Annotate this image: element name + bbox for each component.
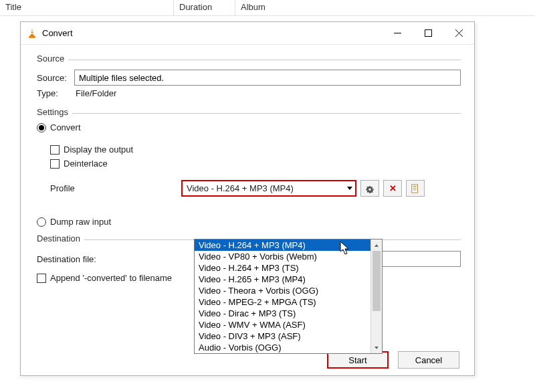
- maximize-button[interactable]: [413, 22, 443, 44]
- dropdown-scrollbar[interactable]: [370, 239, 382, 353]
- destination-group-label: Destination: [37, 233, 84, 243]
- minimize-button[interactable]: [382, 22, 413, 44]
- profile-dropdown[interactable]: Video - H.264 + MP3 (MP4): [181, 180, 356, 197]
- delete-profile-button[interactable]: ✕: [383, 180, 402, 197]
- new-profile-button[interactable]: [406, 180, 425, 197]
- profile-option[interactable]: Video - H.265 + MP3 (MP4): [195, 274, 370, 285]
- scroll-down-icon[interactable]: [371, 342, 382, 353]
- background-column-headers: Title Duration Album: [0, 0, 535, 16]
- source-input[interactable]: [74, 70, 461, 86]
- chevron-down-icon: [347, 187, 352, 190]
- profile-option[interactable]: Video - DIV3 + MP3 (ASF): [195, 330, 370, 342]
- scroll-thumb[interactable]: [372, 251, 381, 311]
- source-label: Source:: [37, 73, 74, 83]
- profile-option[interactable]: Video - WMV + WMA (ASF): [195, 319, 370, 330]
- append-converted-checkbox[interactable]: Append '-converted' to filename: [37, 273, 172, 283]
- dump-raw-radio[interactable]: Dump raw input: [37, 217, 111, 227]
- profile-selected-value: Video - H.264 + MP3 (MP4): [187, 183, 294, 193]
- dialog-title: Convert: [42, 28, 382, 38]
- source-group: Source Source: Type: File/Folder: [37, 60, 461, 98]
- display-output-checkbox[interactable]: Display the output: [50, 144, 133, 155]
- svg-rect-6: [412, 184, 418, 192]
- profile-option[interactable]: Video - Dirac + MP3 (TS): [195, 308, 370, 319]
- dump-raw-label: Dump raw input: [50, 217, 111, 227]
- deinterlace-label: Deinterlace: [64, 159, 108, 169]
- settings-group: Settings Convert Display the output Dein…: [37, 113, 461, 229]
- column-album[interactable]: Album: [235, 0, 535, 15]
- scroll-up-icon[interactable]: [371, 239, 382, 251]
- svg-rect-0: [31, 30, 33, 31]
- append-converted-label: Append '-converted' to filename: [50, 273, 172, 283]
- settings-group-label: Settings: [37, 107, 72, 117]
- titlebar[interactable]: Convert: [21, 22, 474, 45]
- display-output-label: Display the output: [64, 144, 133, 155]
- deinterlace-checkbox[interactable]: Deinterlace: [50, 159, 108, 169]
- profile-label: Profile: [37, 183, 177, 193]
- profile-dropdown-list[interactable]: Video - H.264 + MP3 (MP4)Video - VP80 + …: [194, 239, 383, 354]
- column-duration[interactable]: Duration: [174, 0, 235, 15]
- vlc-icon: [26, 27, 38, 39]
- profile-option[interactable]: Video - H.264 + MP3 (TS): [195, 262, 370, 274]
- convert-radio[interactable]: Convert: [37, 122, 81, 132]
- convert-radio-label: Convert: [50, 122, 81, 132]
- close-button[interactable]: [443, 22, 474, 44]
- svg-rect-1: [31, 33, 34, 34]
- destination-file-label: Destination file:: [37, 254, 217, 264]
- source-group-label: Source: [37, 54, 68, 64]
- profile-option[interactable]: Video - MPEG-2 + MPGA (TS): [195, 296, 370, 308]
- profile-option[interactable]: Video - Theora + Vorbis (OGG): [195, 285, 370, 296]
- type-value: File/Folder: [74, 88, 116, 98]
- type-label: Type:: [37, 88, 74, 98]
- svg-rect-3: [425, 30, 431, 37]
- column-title[interactable]: Title: [0, 0, 174, 15]
- cursor-icon: [340, 241, 352, 256]
- cancel-button[interactable]: Cancel: [398, 351, 459, 369]
- edit-profile-button[interactable]: [360, 180, 379, 197]
- profile-option[interactable]: Audio - Vorbis (OGG): [195, 342, 370, 353]
